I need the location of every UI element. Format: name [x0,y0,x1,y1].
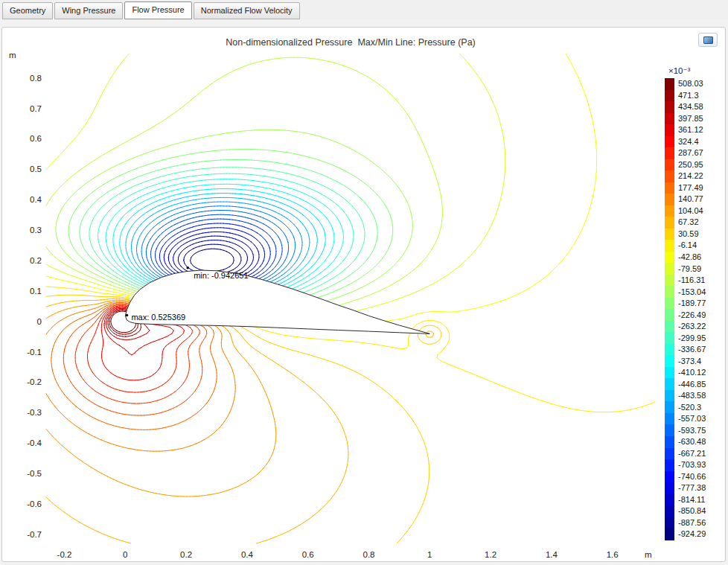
legend-entry: 104.04 [665,205,706,217]
image-snapshot-icon [703,36,713,44]
legend-color-swatch [665,424,674,436]
legend-color-swatch [665,298,674,310]
legend-entry: 67.32 [665,217,706,229]
legend-entry: -226.49 [665,309,706,321]
legend-entry: -814.11 [665,494,706,506]
legend-entry: -153.04 [665,286,706,298]
legend-color-swatch [665,332,674,344]
legend-color-swatch [665,252,674,264]
legend-value: -630.48 [678,438,706,446]
legend-entry: -630.48 [665,436,706,448]
legend-entry: 361.12 [665,124,706,136]
legend-value: -373.4 [678,357,701,366]
legend-value: 140.77 [678,195,703,203]
legend-color-swatch [665,401,674,413]
legend-value: -520.3 [678,403,701,412]
tab-geometry[interactable]: Geometry [2,2,53,19]
legend-entry: -6.14 [665,240,706,252]
legend-color-swatch [665,275,674,287]
legend-entry: 287.67 [665,147,706,159]
legend-value: -814.11 [678,496,706,504]
legend-color-swatch [665,367,674,379]
legend-color-swatch [665,505,674,517]
graphics-panel [1,27,726,562]
legend-color-swatch [665,286,674,298]
legend-entry: -299.95 [665,332,706,344]
legend-value: 250.95 [678,161,703,169]
legend-color-swatch [665,124,674,136]
legend-value: -336.67 [678,345,706,354]
legend-color-swatch [665,413,674,425]
legend-entry: -703.93 [665,459,706,471]
legend-entry: -189.77 [665,298,706,310]
legend-value: 324.4 [678,138,699,146]
legend-value: -446.85 [678,380,706,389]
legend-value: -593.75 [678,427,706,435]
legend-entry: -373.4 [665,355,706,367]
legend-color-swatch [665,263,674,275]
legend-entry: -410.12 [665,367,706,379]
legend-entry: -557.03 [665,413,706,425]
legend-color-swatch [665,194,674,205]
legend-color-swatch [665,517,674,529]
legend-color-swatch [665,309,674,321]
legend-value: -226.49 [678,311,706,319]
legend-entry: -446.85 [665,378,706,390]
image-snapshot-button[interactable] [698,33,718,47]
legend-value: 214.22 [678,172,703,180]
legend-value: 434.58 [678,103,703,111]
legend-value: -6.14 [678,241,697,249]
plot-title: Non-dimensionalized Pressure Max/Min Lin… [46,37,655,48]
legend-value: -887.56 [678,519,706,527]
legend-color-swatch [665,459,674,471]
legend-color-swatch [665,482,674,494]
legend-color-swatch [665,355,674,367]
legend-value: -740.66 [678,473,706,481]
legend-entry: -924.29 [665,529,706,540]
legend-entry: 434.58 [665,101,706,113]
legend-color-swatch [665,101,674,113]
legend-entry: 397.85 [665,113,706,125]
tab-normalized-flow-velocity[interactable]: Normalized Flow Velocity [194,2,300,19]
legend-entry: -850.84 [665,505,706,517]
tab-wing-pressure[interactable]: Wing Pressure [54,2,123,19]
legend-color-swatch [665,159,674,171]
legend-value: -263.22 [678,322,706,331]
legend-color-swatch [665,78,674,90]
legend-value: -79.59 [678,265,701,273]
legend-entry: 508.03 [665,78,706,90]
legend-color-swatch [665,147,674,159]
legend-value: 397.85 [678,115,703,123]
tab-bar: GeometryWing PressureFlow PressureNormal… [0,0,728,19]
legend-entry: 471.3 [665,90,706,102]
legend-value: 177.49 [678,184,703,192]
legend-value: 361.12 [678,126,703,134]
legend-color-swatch [665,113,674,125]
legend-value: -703.93 [678,461,706,469]
legend-color-swatch [665,217,674,229]
legend-value: -42.86 [678,253,701,261]
legend-entry: -887.56 [665,517,706,529]
legend-color-swatch [665,321,674,333]
legend-value: 104.04 [678,207,703,215]
legend-color-swatch [665,448,674,460]
legend-entry: -79.59 [665,263,706,275]
legend-value: -924.29 [678,530,706,538]
legend-value: 471.3 [678,92,699,100]
legend-color-swatch [665,136,674,148]
legend-entry: 30.59 [665,229,706,240]
legend-color-swatch [665,90,674,102]
legend-value: -483.58 [678,392,706,400]
legend-color-swatch [665,390,674,402]
legend-color-swatch [665,229,674,240]
legend-entry: -336.67 [665,344,706,356]
color-legend: ×10⁻³ 508.03471.3434.58397.85361.12324.4… [665,66,706,540]
legend-entry: -42.86 [665,252,706,264]
tab-flow-pressure[interactable]: Flow Pressure [124,1,191,19]
legend-entry: 214.22 [665,170,706,182]
legend-value: -777.38 [678,484,706,492]
legend-entry: -740.66 [665,471,706,483]
legend-color-swatch [665,529,674,540]
legend-entry: 140.77 [665,194,706,205]
legend-value: -189.77 [678,299,706,307]
